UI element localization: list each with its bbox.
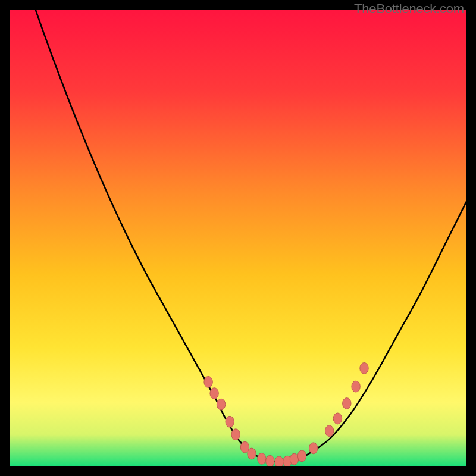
data-dot — [343, 398, 351, 409]
bottleneck-plot — [10, 10, 466, 466]
data-dot — [309, 443, 318, 454]
data-dot — [352, 381, 360, 392]
chart-frame — [10, 10, 466, 466]
data-dot — [226, 416, 234, 427]
data-dot — [333, 413, 342, 424]
data-dot — [290, 453, 298, 465]
data-dot — [210, 388, 218, 399]
data-dot — [217, 399, 225, 410]
data-dot — [298, 450, 306, 462]
data-dot — [266, 455, 274, 466]
data-dot — [231, 429, 240, 440]
data-dot — [248, 448, 256, 459]
data-dot — [258, 453, 266, 465]
gradient-background — [10, 10, 466, 466]
data-dot — [204, 377, 212, 388]
watermark-text: TheBottleneck.com — [354, 1, 464, 17]
data-dot — [360, 363, 368, 374]
data-dot — [325, 425, 333, 437]
data-dot — [275, 456, 283, 466]
